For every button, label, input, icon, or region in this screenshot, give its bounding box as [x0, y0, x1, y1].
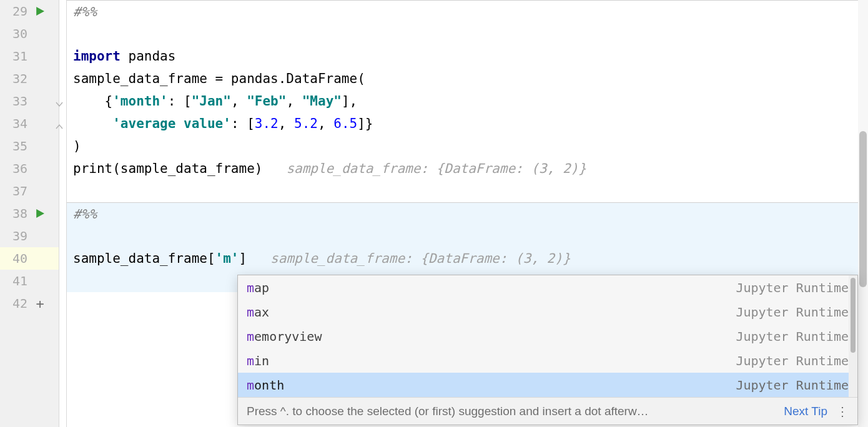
- gutter-line[interactable]: 40: [0, 247, 59, 270]
- completion-popup: mapJupyter RuntimemaxJupyter Runtimememo…: [237, 275, 858, 425]
- completion-scrollbar[interactable]: [849, 275, 857, 397]
- completion-source: Jupyter Runtime: [736, 305, 849, 320]
- line-number: 34: [0, 116, 27, 131]
- completion-source: Jupyter Runtime: [736, 378, 849, 393]
- code-line[interactable]: #%%: [67, 0, 868, 22]
- completion-item[interactable]: maxJupyter Runtime: [238, 300, 857, 324]
- add-cell-icon[interactable]: +: [27, 296, 52, 312]
- run-cell-icon[interactable]: [27, 7, 52, 16]
- gutter-line[interactable]: 41: [0, 270, 59, 292]
- completion-label: min: [247, 353, 269, 368]
- fold-marker-icon[interactable]: [55, 119, 64, 128]
- line-number: 41: [0, 273, 27, 288]
- scrollbar-thumb[interactable]: [859, 131, 867, 287]
- code-line[interactable]: print(sample_data_frame) sample_data_fra…: [67, 157, 868, 180]
- line-number: 40: [0, 251, 27, 266]
- line-number: 29: [0, 4, 27, 19]
- line-number: 39: [0, 228, 27, 243]
- completion-label: map: [247, 280, 269, 295]
- completion-item[interactable]: mapJupyter Runtime: [238, 275, 857, 300]
- code-line[interactable]: [67, 225, 868, 247]
- gutter-line[interactable]: 33: [0, 90, 59, 112]
- inlay-hint: sample_data_frame: {DataFrame: (3, 2)}: [270, 251, 570, 266]
- code-line[interactable]: import pandas: [67, 45, 868, 67]
- cell-marker: #%%: [73, 207, 97, 222]
- line-number: 30: [0, 26, 27, 41]
- gutter-line[interactable]: 37: [0, 180, 59, 202]
- line-number: 42: [0, 296, 27, 311]
- gutter: 2930313233343536373839404142+: [0, 0, 59, 427]
- gutter-line[interactable]: 42+: [0, 292, 59, 315]
- gutter-line[interactable]: 29: [0, 0, 59, 22]
- code-line[interactable]: 'average value': [3.2, 5.2, 6.5]}: [67, 112, 868, 135]
- line-number: 31: [0, 49, 27, 64]
- code-line[interactable]: sample_data_frame = pandas.DataFrame(: [67, 67, 868, 90]
- code-line[interactable]: [67, 180, 868, 202]
- svg-marker-0: [36, 7, 44, 16]
- gutter-line[interactable]: 30: [0, 22, 59, 45]
- completion-item[interactable]: minJupyter Runtime: [238, 348, 857, 373]
- completion-item[interactable]: memoryviewJupyter Runtime: [238, 324, 857, 348]
- gutter-line[interactable]: 32: [0, 67, 59, 90]
- completion-item[interactable]: monthJupyter Runtime: [238, 373, 857, 397]
- completion-label: max: [247, 305, 269, 320]
- line-number: 38: [0, 206, 27, 221]
- completion-source: Jupyter Runtime: [736, 329, 849, 344]
- scrollbar-thumb[interactable]: [851, 278, 856, 353]
- completion-source: Jupyter Runtime: [736, 353, 849, 368]
- code-line[interactable]: [67, 22, 868, 45]
- cell-marker: #%%: [73, 4, 97, 19]
- fold-strip: [59, 0, 67, 427]
- gutter-line[interactable]: 36: [0, 157, 59, 180]
- completion-source: Jupyter Runtime: [736, 280, 849, 295]
- more-icon[interactable]: ⋮: [836, 404, 849, 419]
- gutter-line[interactable]: 38: [0, 202, 59, 225]
- gutter-line[interactable]: 31: [0, 45, 59, 67]
- line-number: 36: [0, 161, 27, 176]
- line-number: 32: [0, 71, 27, 86]
- gutter-line[interactable]: 35: [0, 135, 59, 157]
- line-number: 37: [0, 184, 27, 199]
- editor-scrollbar[interactable]: [858, 0, 868, 427]
- inlay-hint: sample_data_frame: {DataFrame: (3, 2)}: [286, 161, 586, 176]
- code-line[interactable]: #%%: [67, 202, 868, 225]
- line-number: 33: [0, 94, 27, 109]
- completion-list: mapJupyter RuntimemaxJupyter Runtimememo…: [238, 275, 857, 397]
- code-line[interactable]: {'month': ["Jan", "Feb", "May"],: [67, 90, 868, 112]
- run-cell-icon[interactable]: [27, 209, 52, 218]
- completion-label: memoryview: [247, 329, 322, 344]
- gutter-line[interactable]: 34: [0, 112, 59, 135]
- line-number: 35: [0, 139, 27, 154]
- completion-footer: Press ^. to choose the selected (or firs…: [238, 397, 857, 425]
- code-line-current[interactable]: sample_data_frame['m'] sample_data_frame…: [67, 247, 868, 270]
- fold-marker-icon[interactable]: [55, 97, 64, 106]
- tip-text: Press ^. to choose the selected (or firs…: [247, 405, 779, 418]
- code-line[interactable]: ): [67, 135, 868, 157]
- next-tip-link[interactable]: Next Tip: [784, 405, 827, 418]
- gutter-line[interactable]: 39: [0, 225, 59, 247]
- svg-marker-1: [36, 209, 44, 218]
- completion-label: month: [247, 378, 284, 393]
